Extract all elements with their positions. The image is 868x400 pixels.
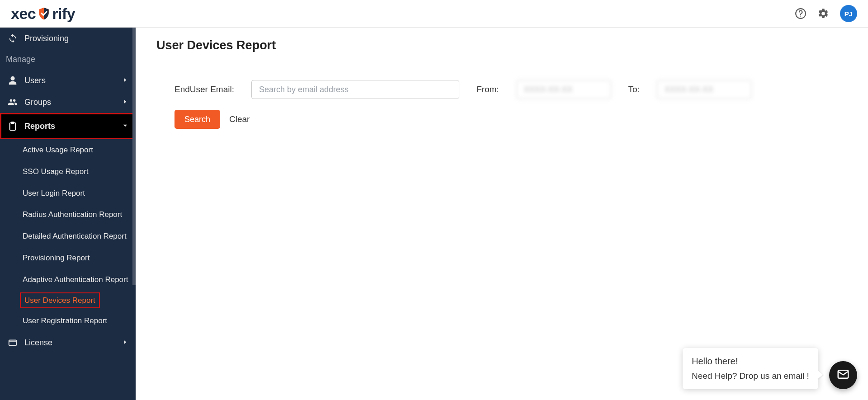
sidebar-item-license[interactable]: License: [0, 332, 136, 353]
page-title: User Devices Report: [156, 38, 847, 59]
to-date-input[interactable]: [657, 80, 752, 99]
sidebar-item-groups[interactable]: Groups: [0, 91, 136, 113]
logo-text-pre: xec: [11, 5, 36, 23]
sidebar-item-label: License: [24, 338, 52, 348]
chat-tooltip: Hello there! Need Help? Drop us an email…: [683, 348, 818, 389]
chevron-right-icon: [122, 76, 128, 85]
svg-rect-4: [9, 340, 17, 346]
logo-text-post: rify: [52, 5, 75, 23]
sidebar-item-reports[interactable]: Reports: [0, 113, 136, 139]
to-label: To:: [628, 85, 640, 94]
user-icon: [7, 75, 18, 85]
from-label: From:: [476, 85, 499, 94]
sidebar-item-users[interactable]: Users: [0, 70, 136, 91]
sidebar-subitem-user-registration[interactable]: User Registration Report: [0, 310, 136, 332]
sidebar-subitem-adaptive-auth[interactable]: Adaptive Authentication Report: [0, 269, 136, 291]
sidebar-item-label: Users: [24, 76, 46, 85]
sidebar-subitem-sso-usage[interactable]: SSO Usage Report: [0, 161, 136, 183]
help-icon[interactable]: [795, 8, 807, 19]
mail-icon: [836, 367, 850, 383]
sidebar-item-label: Reports: [24, 122, 55, 131]
logo[interactable]: xec rify: [11, 5, 75, 23]
sidebar-subitem-provisioning-report[interactable]: Provisioning Report: [0, 247, 136, 269]
svg-point-1: [800, 16, 801, 17]
clear-button[interactable]: Clear: [229, 114, 250, 124]
sidebar: Provisioning Manage Users Groups: [0, 28, 136, 400]
email-input[interactable]: [251, 80, 459, 99]
sidebar-subitem-active-usage[interactable]: Active Usage Report: [0, 139, 136, 161]
email-label: EndUser Email:: [175, 85, 234, 94]
gear-icon[interactable]: [817, 8, 829, 19]
sidebar-subitem-detailed-auth[interactable]: Detailed Authentication Report: [0, 226, 136, 247]
sidebar-subitem-user-devices[interactable]: User Devices Report: [0, 291, 136, 311]
from-date-input[interactable]: [516, 80, 611, 99]
sidebar-subitem-radius-auth[interactable]: Radius Authentication Report: [0, 204, 136, 226]
chevron-right-icon: [122, 338, 128, 348]
user-avatar[interactable]: PJ: [840, 5, 857, 22]
chevron-right-icon: [122, 98, 128, 107]
users-icon: [7, 97, 18, 107]
filter-actions: Search Clear: [156, 110, 847, 129]
header-actions: PJ: [795, 5, 857, 22]
sidebar-scrollbar[interactable]: [132, 28, 136, 285]
sidebar-item-label: Provisioning: [24, 34, 69, 43]
chat-help-text: Need Help? Drop us an email !: [692, 371, 809, 381]
app-header: xec rify PJ: [0, 0, 868, 28]
sidebar-item-provisioning[interactable]: Provisioning: [0, 28, 136, 49]
sync-icon: [7, 33, 18, 43]
clipboard-icon: [7, 121, 18, 131]
shield-check-icon: [37, 6, 51, 21]
main-content: User Devices Report EndUser Email: From:…: [136, 28, 868, 400]
avatar-initials: PJ: [844, 10, 853, 18]
chat-fab[interactable]: [829, 361, 857, 389]
chat-greeting: Hello there!: [692, 356, 809, 367]
filter-row: EndUser Email: From: To:: [156, 80, 847, 99]
card-icon: [7, 338, 18, 348]
sidebar-section-manage: Manage: [0, 49, 136, 70]
sidebar-item-label: Groups: [24, 98, 51, 107]
chevron-down-icon: [122, 122, 128, 131]
search-button[interactable]: Search: [175, 110, 220, 129]
svg-rect-3: [11, 122, 14, 124]
sidebar-subitem-user-login[interactable]: User Login Report: [0, 183, 136, 204]
